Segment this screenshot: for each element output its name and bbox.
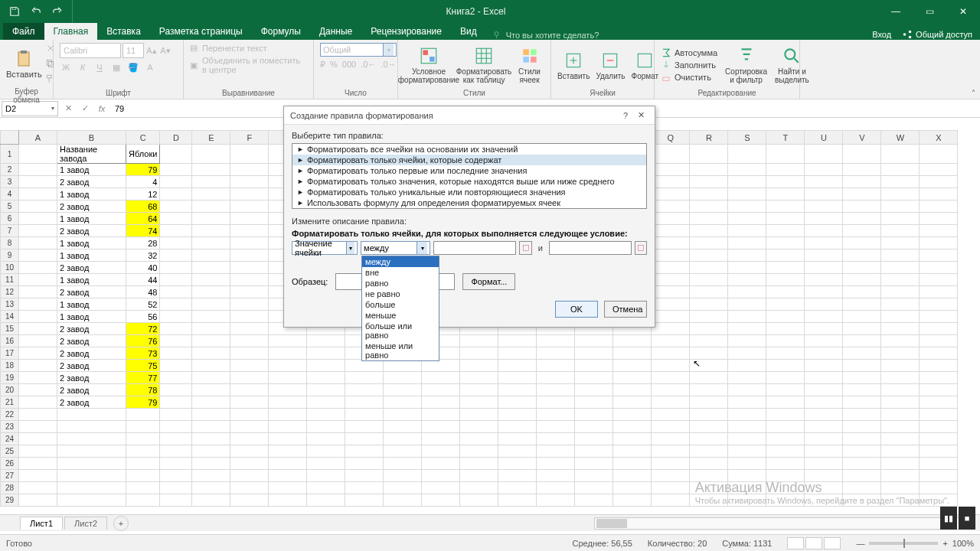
cell-O30[interactable] <box>575 507 613 507</box>
cell-Q9[interactable] <box>652 249 690 262</box>
cell-G27[interactable] <box>269 470 307 482</box>
cell-K29[interactable] <box>422 494 460 507</box>
cell-V8[interactable] <box>843 237 881 249</box>
cell-U24[interactable] <box>805 433 843 445</box>
cell-S11[interactable] <box>728 274 766 286</box>
dd-option-0[interactable]: между <box>362 256 439 267</box>
cell-E24[interactable] <box>192 433 230 445</box>
collapse-ribbon-icon[interactable]: ˄ <box>972 89 975 97</box>
cell-O27[interactable] <box>575 470 613 482</box>
cell-B20[interactable]: 2 завод <box>57 384 126 396</box>
row-header-15[interactable]: 15 <box>1 323 19 335</box>
row-header-22[interactable]: 22 <box>1 409 19 421</box>
cell-R7[interactable] <box>690 225 728 237</box>
value2-ref-button[interactable] <box>635 241 647 255</box>
cell-V15[interactable] <box>843 323 881 335</box>
minimize-button[interactable]: — <box>879 0 913 23</box>
cell-Q4[interactable] <box>652 188 690 201</box>
close-window-button[interactable]: ✕ <box>946 0 980 23</box>
cell-R16[interactable] <box>690 335 728 347</box>
tab-formulas[interactable]: Формулы <box>252 23 310 40</box>
cell-E30[interactable] <box>192 507 230 507</box>
cell-M16[interactable] <box>498 335 537 347</box>
cell-F18[interactable] <box>230 360 269 372</box>
cell-L24[interactable] <box>460 433 498 445</box>
cell-B23[interactable] <box>57 421 126 433</box>
cell-L22[interactable] <box>460 409 498 421</box>
cell-C4[interactable]: 12 <box>126 188 160 201</box>
cell-B15[interactable]: 2 завод <box>57 323 126 335</box>
cell-D3[interactable] <box>160 176 192 188</box>
cell-W14[interactable] <box>881 311 920 323</box>
cell-S25[interactable] <box>728 445 766 458</box>
cell-E22[interactable] <box>192 409 230 421</box>
currency-icon[interactable]: ₽ <box>320 60 325 70</box>
cell-E3[interactable] <box>192 176 230 188</box>
cell-X6[interactable] <box>920 213 958 225</box>
cell-U14[interactable] <box>805 311 843 323</box>
cell-U13[interactable] <box>805 298 843 311</box>
cell-I25[interactable] <box>345 445 384 458</box>
row-header-4[interactable]: 4 <box>1 188 19 201</box>
insert-cells-button[interactable]: Вставить <box>557 51 590 80</box>
cell-X3[interactable] <box>920 176 958 188</box>
cell-F30[interactable] <box>230 507 269 507</box>
cell-F22[interactable] <box>230 409 269 421</box>
cell-D21[interactable] <box>160 396 192 409</box>
cell-L23[interactable] <box>460 421 498 433</box>
cell-W1[interactable] <box>881 145 920 164</box>
cell-H28[interactable] <box>307 482 345 494</box>
cell-C26[interactable] <box>126 458 160 470</box>
cell-T7[interactable] <box>766 225 805 237</box>
cell-D22[interactable] <box>160 409 192 421</box>
underline-icon[interactable]: Ч <box>93 61 106 73</box>
cell-D13[interactable] <box>160 298 192 311</box>
cell-X16[interactable] <box>920 335 958 347</box>
value1-input[interactable] <box>433 241 516 255</box>
cell-U12[interactable] <box>805 286 843 298</box>
row-header-29[interactable]: 29 <box>1 494 19 507</box>
row-header-3[interactable]: 3 <box>1 176 19 188</box>
cell-U25[interactable] <box>805 445 843 458</box>
cell-B28[interactable] <box>57 482 126 494</box>
cell-W15[interactable] <box>881 323 920 335</box>
cell-A22[interactable] <box>19 409 57 421</box>
cell-R22[interactable] <box>690 409 728 421</box>
cell-S1[interactable] <box>728 145 766 164</box>
cell-D25[interactable] <box>160 445 192 458</box>
cell-E15[interactable] <box>192 323 230 335</box>
cell-Q1[interactable] <box>652 145 690 164</box>
sheet-tab-1[interactable]: Лист1 <box>20 517 63 530</box>
cell-A15[interactable] <box>19 323 57 335</box>
cell-Q27[interactable] <box>652 470 690 482</box>
cell-S8[interactable] <box>728 237 766 249</box>
cell-H27[interactable] <box>307 470 345 482</box>
inc-decimal-icon[interactable]: .0← <box>361 60 376 70</box>
delete-cells-button[interactable]: Удалить <box>596 51 625 80</box>
cell-X11[interactable] <box>920 274 958 286</box>
row-header-24[interactable]: 24 <box>1 433 19 445</box>
cell-S7[interactable] <box>728 225 766 237</box>
dialog-help-icon[interactable]: ? <box>618 111 633 120</box>
cell-S3[interactable] <box>728 176 766 188</box>
cell-P23[interactable] <box>613 421 652 433</box>
cell-E5[interactable] <box>192 201 230 213</box>
cell-X17[interactable] <box>920 347 958 360</box>
cell-G22[interactable] <box>269 409 307 421</box>
cell-R21[interactable] <box>690 396 728 409</box>
cell-C29[interactable] <box>126 494 160 507</box>
cell-G18[interactable] <box>269 360 307 372</box>
cell-W8[interactable] <box>881 237 920 249</box>
cell-P21[interactable] <box>613 396 652 409</box>
row-header-9[interactable]: 9 <box>1 249 19 262</box>
cell-C2[interactable]: 79 <box>126 164 160 176</box>
cell-F12[interactable] <box>230 286 269 298</box>
cell-K19[interactable] <box>422 372 460 384</box>
cell-I24[interactable] <box>345 433 384 445</box>
cell-R11[interactable] <box>690 274 728 286</box>
view-normal-icon[interactable] <box>787 537 804 549</box>
cell-A17[interactable] <box>19 347 57 360</box>
cell-K20[interactable] <box>422 384 460 396</box>
cell-K23[interactable] <box>422 421 460 433</box>
cell-U15[interactable] <box>805 323 843 335</box>
